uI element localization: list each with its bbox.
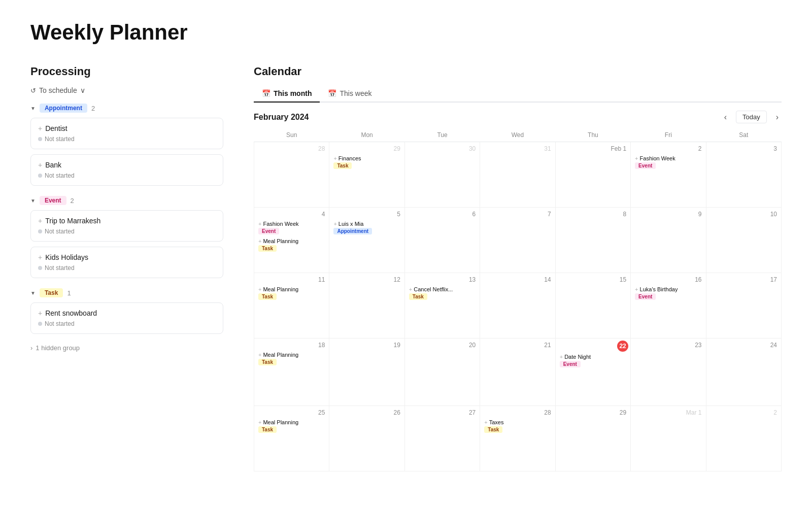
group-header-task[interactable]: ▼ Task 1 — [30, 288, 223, 297]
day-number: 30 — [407, 144, 478, 153]
triangle-icon: ▼ — [30, 106, 36, 111]
cell-inner — [558, 418, 628, 469]
calendar-day-cell[interactable]: 22 + Date Night Event — [555, 339, 630, 406]
cal-tab-1[interactable]: 📅 This week — [320, 85, 380, 103]
calendar-day-cell[interactable]: 2 — [706, 406, 781, 471]
cal-month-label: February 2024 — [254, 113, 309, 122]
calendar-event[interactable]: + Meal Planning Task — [256, 237, 327, 253]
calendar-day-cell[interactable]: 9 — [631, 208, 706, 273]
cell-inner — [558, 220, 628, 271]
calendar-event[interactable]: + Cancel Netflix... Task — [407, 285, 478, 301]
calendar-event[interactable]: + Date Night Event — [558, 353, 628, 368]
cal-prev-btn[interactable]: ‹ — [721, 112, 730, 123]
cell-inner: + Meal Planning Task — [256, 418, 327, 469]
calendar-day-cell[interactable]: 12 — [329, 273, 404, 339]
day-header: Sun — [254, 128, 329, 142]
cell-inner: + Meal Planning Task — [256, 285, 327, 336]
calendar-day-cell[interactable]: 30 — [404, 142, 480, 208]
calendar-event[interactable]: + Meal Planning Task — [256, 351, 327, 366]
calendar-event[interactable]: + Finances Task — [331, 154, 402, 170]
cal-body: 2829 + Finances Task 3031Feb 12 + Fashio… — [254, 142, 782, 471]
calendar-event[interactable]: + Fashion Week Event — [256, 220, 327, 235]
cell-inner — [633, 418, 703, 469]
calendar-day-cell[interactable]: 17 — [706, 273, 781, 339]
calendar-event[interactable]: + Fashion Week Event — [633, 154, 703, 170]
group-header-appointment[interactable]: ▼ Appointment 2 — [30, 104, 223, 113]
calendar-day-cell[interactable]: 6 — [404, 208, 480, 273]
cal-event-title: + Date Night — [560, 354, 626, 360]
task-status: Not started — [38, 136, 216, 143]
calendar-day-cell[interactable]: 14 — [480, 273, 555, 339]
cal-event-badge: Task — [333, 162, 352, 169]
calendar-event[interactable]: + Luka's Birthday Event — [633, 285, 703, 301]
calendar-day-cell[interactable]: 2 + Fashion Week Event — [631, 142, 706, 208]
day-number: Mar 1 — [633, 408, 703, 417]
schedule-bar[interactable]: ↺ To schedule ∨ — [30, 86, 223, 94]
calendar-day-cell[interactable]: 15 — [555, 273, 630, 339]
calendar-day-cell[interactable]: 8 — [555, 208, 630, 273]
task-card: + Dentist Not started — [30, 118, 223, 149]
calendar-day-cell[interactable]: 21 — [480, 339, 555, 406]
calendar-day-cell[interactable]: 28 — [254, 142, 329, 208]
plus-icon: + — [635, 155, 638, 161]
calendar-day-cell[interactable]: 26 — [329, 406, 404, 471]
calendar-day-cell[interactable]: Mar 1 — [631, 406, 706, 471]
group-header-event[interactable]: ▼ Event 2 — [30, 196, 223, 205]
cal-event-name: Meal Planning — [263, 238, 298, 244]
calendar-event[interactable]: + Meal Planning Task — [256, 285, 327, 301]
plus-icon: + — [409, 286, 412, 292]
calendar-day-cell[interactable]: 4 + Fashion Week Event + Meal Planning T… — [254, 208, 329, 273]
page-container: Weekly Planner Processing ↺ To schedule … — [0, 0, 812, 507]
calendar-day-cell[interactable]: 20 — [404, 339, 480, 406]
calendar-day-cell[interactable]: 24 — [706, 339, 781, 406]
status-dot-icon — [38, 137, 42, 141]
calendar-day-cell[interactable]: 11 + Meal Planning Task — [254, 273, 329, 339]
calendar-icon: 📅 — [262, 89, 270, 97]
calendar-day-cell[interactable]: Feb 1 — [555, 142, 630, 208]
calendar-day-cell[interactable]: 5 + Luis x Mia Appointment — [329, 208, 404, 273]
status-dot-icon — [38, 174, 42, 178]
calendar-day-cell[interactable]: 27 — [404, 406, 480, 471]
cal-tab-0[interactable]: 📅 This month — [254, 85, 320, 103]
calendar-day-cell[interactable]: 18 + Meal Planning Task — [254, 339, 329, 406]
status-label: Not started — [45, 172, 75, 179]
day-number: 10 — [708, 210, 779, 219]
chevron-right-icon: › — [30, 344, 32, 352]
triangle-icon: ▼ — [30, 290, 36, 296]
plus-icon: + — [38, 253, 42, 261]
main-content: Processing ↺ To schedule ∨ ▼ Appointment… — [30, 65, 782, 471]
calendar-day-cell[interactable]: 3 — [706, 142, 781, 208]
cal-next-btn[interactable]: › — [773, 112, 782, 123]
plus-icon: + — [38, 217, 42, 225]
calendar-day-cell[interactable]: 31 — [480, 142, 555, 208]
day-number: 16 — [633, 275, 703, 284]
calendar-day-cell[interactable]: 23 — [631, 339, 706, 406]
calendar-day-cell[interactable]: 10 — [706, 208, 781, 273]
tab-label: This week — [340, 89, 371, 97]
calendar-day-cell[interactable]: 28 + Taxes Task — [480, 406, 555, 471]
cal-event-name: Cancel Netflix... — [414, 286, 453, 292]
hidden-group[interactable]: › 1 hidden group — [30, 344, 223, 352]
calendar-week-row: 4 + Fashion Week Event + Meal Planning T… — [254, 208, 782, 273]
status-dot-icon — [38, 266, 42, 270]
plus-icon: + — [560, 354, 563, 360]
day-number: 18 — [256, 341, 327, 350]
calendar-day-cell[interactable]: 29 — [555, 406, 630, 471]
cell-inner — [708, 351, 779, 401]
calendar-day-cell[interactable]: 29 + Finances Task — [329, 142, 404, 208]
calendar-day-cell[interactable]: 7 — [480, 208, 555, 273]
calendar-day-cell[interactable]: 13 + Cancel Netflix... Task — [404, 273, 480, 339]
plus-icon: + — [258, 419, 261, 425]
cell-inner: + Fashion Week Event — [633, 154, 703, 205]
task-status: Not started — [38, 320, 216, 327]
calendar-day-cell[interactable]: 25 + Meal Planning Task — [254, 406, 329, 471]
day-number: 29 — [558, 408, 628, 417]
calendar-day-cell[interactable]: 19 — [329, 339, 404, 406]
calendar-day-cell[interactable]: 16 + Luka's Birthday Event — [631, 273, 706, 339]
calendar-event[interactable]: + Taxes Task — [482, 418, 553, 434]
cal-today-btn[interactable]: Today — [736, 111, 767, 123]
plus-icon: + — [484, 419, 487, 425]
cal-event-title: + Cancel Netflix... — [409, 286, 476, 292]
calendar-event[interactable]: + Meal Planning Task — [256, 418, 327, 434]
calendar-event[interactable]: + Luis x Mia Appointment — [331, 220, 402, 235]
